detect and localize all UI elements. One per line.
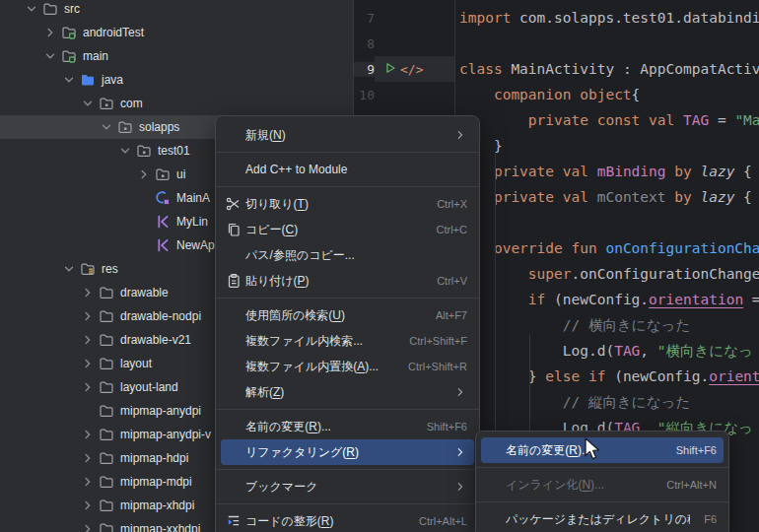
menu-item-cut[interactable]: 切り取り(T)Ctrl+X (216, 191, 479, 217)
markup-icon[interactable]: </> (400, 62, 423, 77)
menu-item-paste[interactable]: 貼り付け(P)Ctrl+V (216, 268, 479, 294)
code-text: Log.d(TAG, "横向きになっ (454, 338, 753, 364)
menu-item-label: 貼り付け(P) (245, 273, 423, 290)
menu-item-label: 名前の変更(R)... (245, 419, 413, 435)
menu-item-refactor[interactable]: リファクタリング(R) (221, 439, 474, 465)
menu-item-reformat-code[interactable]: コードの整形(R)Ctrl+Alt+L (216, 508, 479, 532)
menu-item-analyze[interactable]: 解析(Z) (216, 379, 479, 405)
chevron-closed-icon[interactable] (80, 498, 96, 513)
menu-item-label: 解析(Z) (245, 384, 446, 401)
tree-item-label: androidTest (83, 26, 144, 39)
package-icon (136, 143, 152, 159)
folder-icon (99, 285, 114, 300)
folder-icon (99, 474, 114, 490)
menu-item-find-usages[interactable]: 使用箇所の検索(U)Alt+F7 (216, 302, 479, 328)
tree-item-src[interactable]: src (0, 0, 353, 21)
tree-item-label: main (83, 49, 108, 63)
code-text: // 横向きになった (454, 312, 690, 338)
folder-test-root-icon (61, 48, 77, 64)
chevron-closed-icon[interactable] (42, 25, 58, 40)
code-line[interactable]: 8 (354, 31, 759, 56)
tree-item-label: drawable (120, 286, 169, 299)
tree-item-label: mipmap-xhdpi (120, 499, 194, 512)
submenu-item-inline[interactable]: インライン化(N)...Ctrl+Alt+N (476, 472, 728, 498)
code-text: private const val TAG = "Ma (454, 107, 759, 133)
tree-item-com[interactable]: com (0, 92, 353, 115)
menu-icon-placeholder (226, 479, 245, 495)
code-line[interactable]: 9</>class MainActivity : AppCompatActiv (354, 56, 759, 82)
menu-item-label: コピー(C) (245, 222, 423, 238)
menu-separator (216, 503, 479, 504)
mouse-cursor (584, 437, 605, 463)
line-number: 10 (354, 88, 375, 102)
menu-item-shortcut: Ctrl+Shift+F (409, 335, 467, 347)
chevron-closed-icon[interactable] (80, 379, 96, 395)
menu-item-shortcut: Shift+F6 (427, 421, 467, 432)
tree-item-androidTest[interactable]: androidTest (0, 21, 353, 44)
paste-icon (226, 273, 245, 289)
code-text: private val mContext by lazy { (454, 184, 752, 210)
menu-item-copy-path[interactable]: パス/参照のコピー... (216, 242, 479, 268)
kotlin-file-icon (155, 214, 171, 230)
chevron-open-icon[interactable] (99, 119, 114, 135)
chevron-open-icon[interactable] (117, 143, 133, 159)
menu-item-shortcut: Shift+F6 (676, 444, 717, 456)
tree-item-label: mipmap-mdpi (120, 475, 192, 489)
menu-item-new[interactable]: 新規(N) (216, 122, 479, 148)
menu-item-rename[interactable]: 名前の変更(R)...Shift+F6 (216, 414, 479, 439)
folder-icon (42, 1, 58, 17)
chevron-closed-icon[interactable] (80, 474, 96, 490)
submenu-arrow-icon (453, 385, 467, 399)
tree-item-main[interactable]: main (0, 44, 353, 68)
chevron-open-icon[interactable] (80, 96, 96, 111)
code-line[interactable]: 10 companion object{ (354, 82, 759, 107)
menu-item-copy[interactable]: コピー(C)Ctrl+C (216, 217, 479, 242)
submenu-arrow-icon (453, 480, 467, 494)
line-number: 9 (354, 62, 375, 77)
menu-item-label: 複数ファイル内検索... (245, 333, 395, 350)
chevron-closed-icon[interactable] (80, 285, 96, 300)
submenu-item-move-package[interactable]: パッケージまたはディレクトリの移動...F6 (476, 506, 728, 532)
line-number: 8 (354, 36, 375, 51)
menu-item-shortcut: Ctrl+V (437, 275, 467, 287)
chevron-open-icon[interactable] (61, 261, 77, 277)
tree-item-java[interactable]: java (0, 68, 353, 92)
chevron-closed-icon[interactable] (80, 332, 96, 348)
menu-item-label: コードの整形(R) (245, 513, 405, 530)
menu-item-bookmarks[interactable]: ブックマーク (216, 474, 479, 499)
tree-item-label: src (64, 2, 80, 16)
menu-icon-placeholder (226, 384, 245, 400)
chevron-closed-icon[interactable] (80, 450, 96, 466)
chevron-open-icon[interactable] (24, 1, 39, 17)
indent-guide (529, 334, 530, 440)
menu-item-replace-in-files[interactable]: 複数ファイル内置換(A)...Ctrl+Shift+R (216, 354, 479, 379)
menu-item-label: パス/参照のコピー... (245, 247, 467, 264)
chevron-open-icon[interactable] (61, 72, 77, 88)
folder-icon (99, 427, 114, 442)
folder-icon (99, 450, 114, 466)
folder-icon (99, 332, 114, 348)
chevron-closed-icon[interactable] (80, 427, 96, 442)
menu-item-add-cpp[interactable]: Add C++ to Module (216, 157, 479, 182)
menu-icon-placeholder (226, 333, 245, 349)
chevron-closed-icon[interactable] (136, 166, 152, 182)
folder-java-icon (80, 72, 96, 88)
code-text: class MainActivity : AppCompatActiv (454, 56, 759, 82)
menu-separator (476, 501, 728, 502)
chevron-closed-icon[interactable] (80, 308, 96, 324)
copy-icon (226, 222, 245, 237)
tree-item-label: res (102, 262, 118, 276)
menu-separator (216, 186, 479, 187)
menu-item-find-in-files[interactable]: 複数ファイル内検索...Ctrl+Shift+F (216, 328, 479, 354)
menu-separator (216, 409, 479, 410)
chevron-placeholder (136, 190, 152, 206)
run-icon[interactable] (383, 61, 397, 78)
code-text: override fun onConfigurationCha (454, 235, 759, 261)
code-text: } else if (newConfig.orient (454, 364, 759, 389)
chevron-closed-icon[interactable] (80, 521, 96, 532)
chevron-open-icon[interactable] (42, 48, 58, 64)
chevron-closed-icon[interactable] (80, 356, 96, 371)
gutter-icons (375, 5, 454, 31)
tree-item-label: mipmap-anydpi-v (120, 428, 211, 441)
code-line[interactable]: 7import com.solapps.test01.databindi (354, 5, 759, 31)
